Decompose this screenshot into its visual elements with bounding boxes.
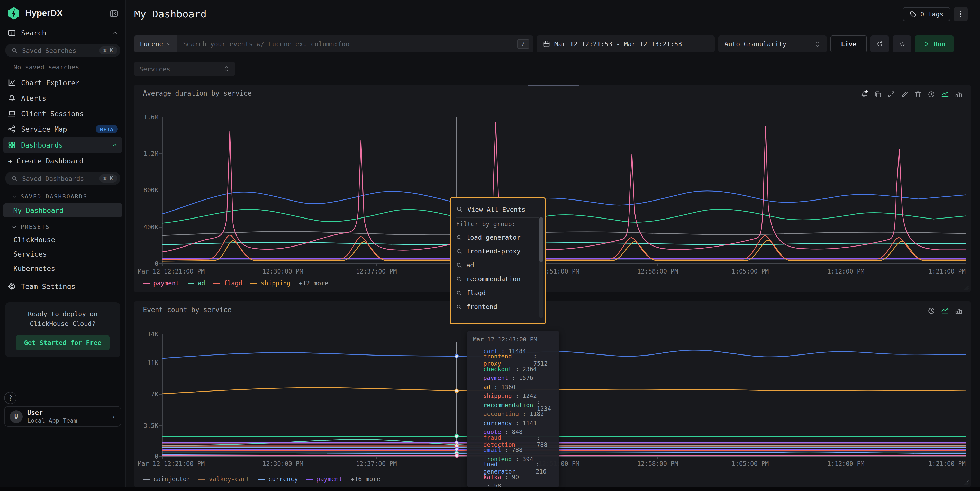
beta-badge: BETA	[95, 125, 118, 133]
legend-item[interactable]: cainjector	[143, 475, 191, 483]
tags-button[interactable]: 0 Tags	[903, 7, 950, 21]
legend-more-link[interactable]: +12 more	[299, 280, 329, 287]
legend-dash	[213, 283, 220, 284]
group-option-label: flagd	[466, 289, 486, 297]
group-option-recommendation[interactable]: recommendation	[456, 272, 539, 286]
sidebar-item-clickhouse[interactable]: ClickHouse	[0, 232, 126, 247]
legend-label: payment	[153, 280, 179, 287]
group-option-label: frontend-proxy	[466, 247, 520, 255]
bar-chart-icon[interactable]	[955, 90, 963, 98]
group-option-load-generator[interactable]: load-generator	[456, 230, 539, 244]
history-icon[interactable]	[928, 90, 935, 98]
help-button[interactable]: ?	[4, 392, 16, 404]
legend-item[interactable]: currency	[258, 475, 298, 483]
sidebar-item-service-map[interactable]: Service Map BETA	[0, 121, 126, 137]
sidebar-item-services[interactable]: Services	[0, 247, 126, 261]
panel-resize-handle[interactable]	[964, 480, 969, 485]
group-option-frontend[interactable]: frontend	[456, 300, 539, 314]
language-select[interactable]: Lucene	[134, 35, 177, 52]
saved-dashboards-group[interactable]: SAVED DASHBOARDS	[0, 188, 126, 202]
sidebar-item-label: Dashboards	[21, 141, 107, 149]
chart-explorer-icon	[8, 79, 16, 87]
legend-item[interactable]: valkey-cart	[199, 475, 250, 483]
search-icon	[456, 276, 462, 282]
series-name: currency	[483, 419, 512, 427]
sidebar-item-chart-explorer[interactable]: Chart Explorer	[0, 75, 126, 91]
panel-resize-handle[interactable]	[964, 285, 969, 291]
create-dashboard-button[interactable]: + Create Dashboard	[0, 153, 126, 168]
filter-edit-button[interactable]	[892, 35, 911, 52]
presets-group[interactable]: PRESETS	[0, 219, 126, 232]
run-label: Run	[934, 40, 945, 48]
divider	[456, 218, 539, 218]
services-filter-select[interactable]: Services	[134, 62, 235, 76]
search-input[interactable]: Search your events w/ Lucene ex. column:…	[177, 40, 517, 48]
saved-dashboards-input[interactable]: Saved Dashboards ⌘ K	[5, 172, 120, 185]
date-range-picker[interactable]: Mar 12 12:21:53 - Mar 12 13:21:53	[537, 35, 715, 52]
sidebar-item-team-settings[interactable]: Team Settings	[0, 279, 126, 294]
edit-icon[interactable]	[901, 90, 908, 98]
duplicate-icon[interactable]	[874, 90, 882, 98]
popup-scrollbar[interactable]	[539, 217, 543, 318]
group-option-flagd[interactable]: flagd	[456, 286, 539, 300]
sidebar-item-search[interactable]: Search	[0, 25, 126, 41]
duration-chart[interactable]: 1.6M 1.2M 800K 400K 0 Mar 12 12:21:00 PM…	[137, 115, 968, 278]
legend-item[interactable]: flagd	[213, 280, 242, 287]
svg-text:1.6M: 1.6M	[143, 115, 158, 121]
run-button[interactable]: Run	[915, 35, 954, 52]
panel-toolbar	[860, 90, 963, 98]
tooltip-row: payment1576	[473, 373, 553, 383]
legend-item[interactable]: payment	[143, 280, 179, 287]
legend-item[interactable]: payment	[306, 475, 342, 483]
series-value: 788	[536, 434, 553, 448]
slash-shortcut-badge: /	[517, 39, 529, 49]
expand-icon[interactable]	[888, 90, 895, 98]
alert-add-icon[interactable]	[860, 90, 869, 98]
brand-name: HyperDX	[25, 8, 105, 19]
sidebar-item-label: Search	[21, 29, 107, 37]
series-name: fraud-detection	[483, 434, 533, 448]
get-started-button[interactable]: Get Started for Free	[16, 335, 110, 350]
sidebar-collapse-icon[interactable]	[110, 9, 118, 18]
delete-icon[interactable]	[914, 90, 922, 98]
series-value: 1242	[515, 392, 537, 400]
group-option-ad[interactable]: ad	[456, 258, 539, 272]
panel-average-duration: Average duration by service 1.6M	[134, 85, 971, 292]
sidebar-item-my-dashboard[interactable]: My Dashboard	[3, 203, 123, 218]
sidebar-item-kubernetes[interactable]: Kubernetes	[0, 261, 126, 276]
popup-scrollbar-thumb[interactable]	[539, 217, 543, 262]
line-chart-icon[interactable]	[941, 307, 949, 315]
user-menu[interactable]: U User Local App Team ›	[4, 406, 121, 427]
granularity-select[interactable]: Auto Granularity	[718, 35, 827, 52]
legend-item[interactable]: shipping	[250, 280, 291, 287]
group-option-label: frontend	[466, 303, 497, 311]
updown-chevrons-icon	[224, 65, 230, 73]
dashboards-icon	[8, 141, 16, 149]
search-icon	[456, 303, 462, 310]
play-icon	[923, 41, 930, 47]
line-chart-icon[interactable]	[941, 90, 949, 98]
svg-text:1:21:00 PM: 1:21:00 PM	[929, 268, 966, 275]
legend-more-link[interactable]: +16 more	[351, 475, 380, 483]
dashboard-menu-button[interactable]	[954, 7, 968, 21]
legend-label: currency	[268, 475, 298, 483]
saved-searches-input[interactable]: Saved Searches ⌘ K	[5, 44, 120, 57]
history-icon[interactable]	[928, 307, 935, 315]
legend-item[interactable]: ad	[188, 280, 205, 287]
sidebar-item-client-sessions[interactable]: Client Sessions	[0, 106, 126, 121]
svg-text:12:30:00 PM: 12:30:00 PM	[262, 268, 303, 275]
tags-label: 0 Tags	[920, 10, 943, 18]
view-all-events-option[interactable]: View All Events	[456, 203, 539, 216]
sidebar-item-dashboards[interactable]: Dashboards	[3, 137, 123, 153]
series-dash	[473, 351, 480, 351]
panel-drag-handle[interactable]	[528, 85, 579, 86]
search-icon	[456, 248, 462, 254]
refresh-button[interactable]	[870, 35, 889, 52]
sidebar-item-alerts[interactable]: Alerts	[0, 91, 126, 106]
sidebar-item-label: Service Map	[21, 125, 91, 133]
live-button[interactable]: Live	[830, 35, 867, 52]
chevron-down-icon	[166, 41, 171, 46]
group-option-frontend-proxy[interactable]: frontend-proxy	[456, 244, 539, 258]
user-name: User	[27, 409, 107, 417]
bar-chart-icon[interactable]	[955, 307, 963, 315]
